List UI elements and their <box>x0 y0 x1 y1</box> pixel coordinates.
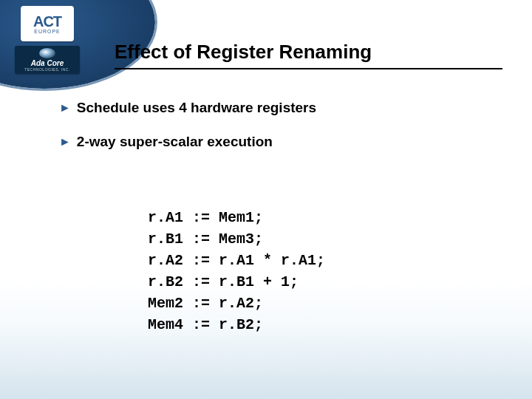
bullet-text: 2-way super-scalar execution <box>77 134 273 150</box>
bullet-list: ► Schedule uses 4 hardware registers ► 2… <box>59 100 502 168</box>
triangle-icon: ► <box>59 135 71 149</box>
code-line: Mem2 := r.A2; <box>148 295 263 312</box>
act-logo: ACT EUROPE <box>21 6 74 41</box>
adacore-logo: Ada Core TECHNOLOGIES, INC. <box>15 46 80 74</box>
adacore-logo-text: Ada Core <box>31 59 64 67</box>
code-line: r.A1 := Mem1; <box>148 209 263 226</box>
act-logo-text: ACT <box>33 14 61 29</box>
code-line: r.B2 := r.B1 + 1; <box>148 273 299 290</box>
globe-icon <box>39 48 55 58</box>
code-block: r.A1 := Mem1; r.B1 := Mem3; r.A2 := r.A1… <box>148 207 325 335</box>
logo-stack: ACT EUROPE Ada Core TECHNOLOGIES, INC. <box>15 6 80 74</box>
bullet-text: Schedule uses 4 hardware registers <box>77 100 316 116</box>
adacore-logo-sub: TECHNOLOGIES, INC. <box>24 67 70 72</box>
bullet-item: ► Schedule uses 4 hardware registers <box>59 100 502 116</box>
act-logo-sub: EUROPE <box>34 29 61 34</box>
title-block: Effect of Register Renaming <box>115 41 502 69</box>
slide-title: Effect of Register Renaming <box>115 41 502 69</box>
bullet-item: ► 2-way super-scalar execution <box>59 134 502 150</box>
code-line: r.A2 := r.A1 * r.A1; <box>148 252 325 269</box>
code-line: r.B1 := Mem3; <box>148 231 263 248</box>
code-line: Mem4 := r.B2; <box>148 316 263 333</box>
triangle-icon: ► <box>59 101 71 115</box>
